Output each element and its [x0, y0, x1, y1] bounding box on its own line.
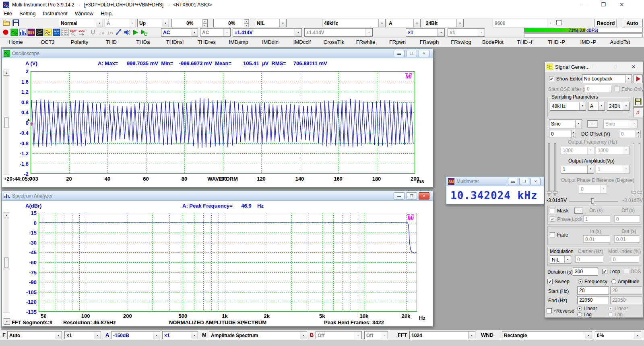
tab-thdres[interactable]: THDres	[191, 38, 223, 47]
phase-combo[interactable]: 0▼	[579, 185, 607, 194]
sg-bits-combo[interactable]: 24Bit▼	[607, 102, 630, 111]
sg-channel-combo[interactable]: A▼	[588, 102, 605, 111]
amplitude-rail-a2[interactable]	[554, 143, 556, 196]
signal-generator-titlebar[interactable]: Signal Gener... — □ ✕	[545, 62, 643, 72]
menu-file[interactable]: File	[0, 10, 16, 18]
tab-frswph[interactable]: FRswph	[413, 38, 445, 47]
spec-restore-button[interactable]: ❐	[406, 192, 417, 200]
sweep-amplitude-radio[interactable]	[611, 279, 616, 284]
oscilloscope-titlebar[interactable]: Oscilloscope ▬ ❐ ✕	[2, 49, 433, 58]
duration-field[interactable]: 300	[573, 268, 598, 276]
sweep-start-a-field[interactable]: 20	[577, 286, 609, 295]
mm-minimize-button[interactable]: ▬	[508, 178, 518, 185]
coupling-a-combo[interactable]: AC▼	[161, 28, 198, 37]
record-button[interactable]: Record	[594, 19, 617, 27]
sg-maximize-button[interactable]: □	[609, 63, 621, 71]
rail-thumb[interactable]	[547, 191, 551, 194]
trigger-edge-combo[interactable]: Up▼	[137, 19, 169, 27]
maximize-button[interactable]: ❐	[594, 0, 613, 10]
multimeter-icon[interactable]: 888	[27, 29, 35, 36]
osc-minimize-button[interactable]: ▬	[394, 50, 405, 57]
close-button[interactable]: ✕	[613, 0, 631, 10]
sweep-end-b-field[interactable]: 22050	[610, 296, 642, 304]
spec-scrollbar[interactable]: ▲	[4, 212, 9, 313]
trigger-source-combo[interactable]: A▼	[105, 19, 136, 27]
frequency-b-combo[interactable]: 1000▼	[596, 146, 630, 155]
amplitude-rail-a1[interactable]	[548, 143, 550, 196]
rail-thumb[interactable]	[638, 191, 642, 194]
dc-offset-a-field[interactable]: 0	[549, 130, 571, 138]
sweep-checkbox[interactable]	[547, 279, 553, 284]
tab-imdsmp[interactable]: IMDsmp	[223, 38, 254, 47]
tab-thd[interactable]: THD	[95, 38, 127, 47]
show-editor-checkbox[interactable]	[549, 76, 554, 81]
record-dot-icon[interactable]	[2, 29, 10, 36]
rail-thumb[interactable]	[553, 191, 557, 194]
ground-b-icon[interactable]: ⊥B	[106, 29, 114, 36]
wave-file-button[interactable]: ...	[587, 120, 598, 128]
sg-rate-combo[interactable]: 48kHz▼	[550, 102, 586, 111]
tab-imddin[interactable]: IMDdin	[254, 38, 286, 47]
tab-frwhite[interactable]: FRwhite	[350, 38, 382, 47]
loop-checkbox[interactable]	[602, 269, 607, 274]
reverse-checkbox[interactable]	[547, 308, 552, 313]
probe-b-combo[interactable]: ×1▼	[448, 28, 485, 37]
dc-b-spinner[interactable]: ▲▼	[636, 130, 641, 138]
ground-a-icon[interactable]: ⊥A	[98, 29, 105, 36]
menu-help[interactable]: Help	[97, 10, 115, 18]
sg-minimize-button[interactable]: —	[587, 63, 599, 71]
trigger-mode-combo[interactable]: Normal▼	[59, 19, 103, 27]
mask-on-field[interactable]: 1	[583, 215, 610, 222]
amplitude-b-combo[interactable]: 1▼	[596, 165, 630, 174]
point-combo[interactable]: 9600▼	[493, 19, 554, 27]
tab-bodeplot[interactable]: BodePlot	[477, 38, 509, 47]
mm-close-button[interactable]: ✕	[530, 178, 541, 185]
probe-calibration-icon[interactable]	[115, 29, 122, 36]
sweep-linear-b-radio[interactable]	[608, 306, 613, 311]
b-mode2-combo[interactable]: Off▼	[364, 331, 388, 339]
menu-setting[interactable]: Setting	[16, 10, 39, 18]
overlap-combo[interactable]: 0%▼	[595, 331, 641, 339]
signal-generator-icon[interactable]	[44, 29, 52, 36]
fade-out-field[interactable]: 0.01	[614, 235, 640, 243]
tab-thd~p[interactable]: THD~P	[541, 38, 572, 47]
tab-home[interactable]: Home	[0, 38, 32, 47]
osc-close-button[interactable]: ✕	[419, 50, 429, 57]
sample-rate-combo[interactable]: 48kHz▼	[322, 19, 386, 27]
spectrum-analyzer-icon[interactable]	[19, 29, 27, 36]
run-with-options-icon[interactable]	[140, 29, 148, 36]
display-mode-combo[interactable]: Amplitude Spectrum▼	[209, 331, 307, 339]
fade-checkbox[interactable]	[550, 232, 555, 237]
range-b-combo[interactable]: ±1.414V▼	[304, 28, 373, 37]
tab-oct3[interactable]: OCT3	[32, 38, 64, 47]
fade-in-field[interactable]: 0.01	[583, 235, 610, 243]
phase-lock-checkbox[interactable]	[550, 216, 555, 222]
sg-run-button[interactable]	[634, 74, 643, 83]
ddp-viewer-icon[interactable]: DDP	[70, 29, 77, 36]
spectrum-3d-plot-icon[interactable]	[36, 29, 43, 36]
spec-minimize-button[interactable]: ▬	[394, 192, 405, 200]
tab-polarity[interactable]: Polarity	[64, 38, 95, 47]
waveform-b-combo[interactable]: Sine▼	[603, 119, 638, 128]
sweep-linear-radio[interactable]	[577, 306, 582, 311]
probe-a-combo[interactable]: ×1▼	[406, 28, 445, 37]
sample-bits-combo[interactable]: 24Bit▼	[424, 19, 464, 27]
echo-only-checkbox[interactable]	[615, 86, 620, 91]
scroll-up-icon[interactable]: ▲	[4, 70, 9, 76]
tab-crosstlk[interactable]: CrossTlk	[318, 38, 350, 47]
start-osc-field[interactable]: 0	[585, 85, 611, 93]
calibration-icon[interactable]	[89, 29, 97, 36]
tab-audiotst[interactable]: AudioTst	[604, 38, 636, 47]
fft-size-combo[interactable]: 1024▼	[409, 331, 475, 339]
tab-imd~p[interactable]: IMD~P	[572, 38, 604, 47]
amplitude-rail-b2[interactable]	[639, 143, 640, 196]
balance-slider-thumb[interactable]	[591, 198, 594, 204]
run-icon[interactable]	[132, 29, 139, 36]
dds-checkbox[interactable]	[624, 269, 629, 274]
carrier-field[interactable]: 0	[575, 255, 603, 263]
multi-wave-icon[interactable]	[61, 29, 69, 36]
minimize-button[interactable]: —	[576, 0, 594, 10]
mod-index-field[interactable]: 0	[611, 255, 639, 263]
rail-thumb[interactable]	[632, 191, 636, 194]
multimeter-titlebar[interactable]: 888 Multimeter ▬ ❐ ✕	[446, 177, 544, 186]
